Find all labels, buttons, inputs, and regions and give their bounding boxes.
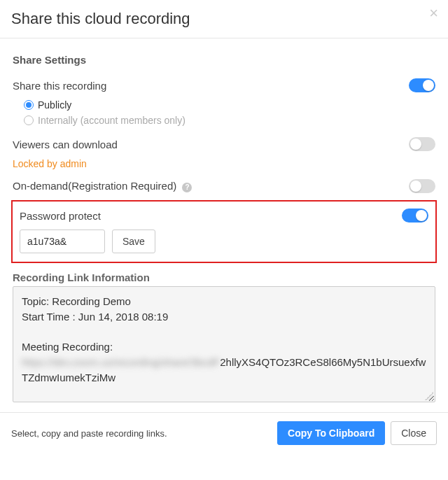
share-publicly-label: Publicly — [38, 99, 71, 111]
password-protect-label: Password protect — [20, 210, 101, 222]
recording-link-box[interactable]: Topic: Recording Demo Start Time : Jun 1… — [13, 286, 435, 402]
on-demand-toggle[interactable] — [409, 179, 435, 193]
recording-link-heading: Recording Link Information — [13, 271, 435, 283]
share-internally-option[interactable]: Internally (account members only) — [24, 115, 435, 126]
share-this-recording-toggle[interactable] — [409, 78, 435, 92]
radio-icon — [24, 100, 34, 110]
url-blurred-part: https://dev.zoom.us/recording/share/3bcd… — [22, 356, 220, 368]
on-demand-label: On-demand(Registration Required) — [13, 180, 176, 192]
resize-handle-icon[interactable] — [425, 392, 433, 400]
modal-title: Share this cloud recording — [11, 10, 437, 28]
start-time-line: Start Time : Jun 14, 2018 08:19 — [22, 309, 426, 325]
viewers-download-label: Viewers can download — [13, 139, 118, 150]
viewers-download-row: Viewers can download — [13, 137, 435, 151]
on-demand-label-wrap: On-demand(Registration Required) ? — [13, 180, 192, 192]
share-internally-label: Internally (account members only) — [38, 115, 186, 126]
share-settings-heading: Share Settings — [13, 54, 435, 66]
password-row: Save — [18, 230, 430, 253]
on-demand-row: On-demand(Registration Required) ? — [13, 179, 435, 193]
copy-to-clipboard-button[interactable]: Copy To Clipboard — [277, 421, 385, 445]
modal-footer: Select, copy and paste recording links. … — [0, 412, 448, 456]
password-protect-toggle[interactable] — [402, 209, 428, 223]
share-this-recording-row: Share this recording — [13, 78, 435, 92]
password-protect-row: Password protect — [20, 209, 428, 223]
locked-by-admin-note: Locked by admin — [13, 158, 435, 169]
password-input[interactable] — [20, 230, 105, 253]
viewers-download-toggle — [409, 137, 435, 151]
divider — [0, 38, 448, 38]
save-button[interactable]: Save — [112, 230, 155, 253]
meeting-recording-label: Meeting Recording: — [22, 339, 426, 355]
meeting-recording-url: https://dev.zoom.us/recording/share/3bcd… — [22, 355, 426, 386]
share-this-recording-label: Share this recording — [13, 80, 106, 92]
footer-buttons: Copy To Clipboard Close — [277, 421, 437, 445]
share-publicly-option[interactable]: Publicly — [24, 99, 435, 111]
password-protect-highlight: Password protect Save — [11, 200, 437, 263]
close-icon[interactable]: × — [429, 6, 438, 21]
help-icon[interactable]: ? — [182, 183, 192, 192]
footer-instruction: Select, copy and paste recording links. — [11, 428, 167, 439]
share-recording-modal: × Share this cloud recording Share Setti… — [0, 0, 448, 456]
topic-line: Topic: Recording Demo — [22, 294, 426, 309]
radio-icon — [24, 115, 34, 125]
share-scope-radio-group: Publicly Internally (account members onl… — [24, 99, 435, 126]
close-button[interactable]: Close — [391, 421, 437, 445]
